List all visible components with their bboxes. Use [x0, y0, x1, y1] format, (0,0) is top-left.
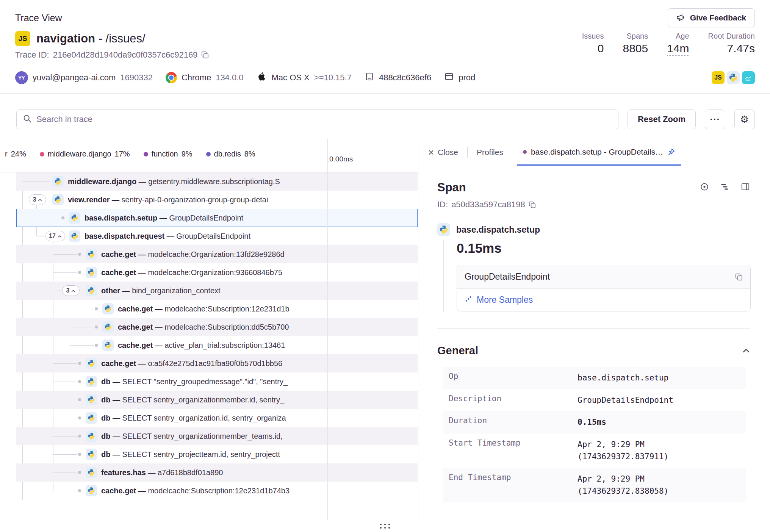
python-icon	[86, 449, 97, 460]
span-row-label: db — SELECT sentry_organizationmember.id…	[101, 391, 284, 409]
trace-tree-row[interactable]: cache.get — modelcache:Subscription:12e2…	[16, 482, 418, 500]
page-title: Trace View	[15, 13, 62, 23]
trace-tree-row[interactable]: cache.get — modelcache:Subscription:12e2…	[16, 300, 418, 318]
trace-tree-row[interactable]: cache.get — o:a5f42e275d1ac91fba90f0b570…	[16, 354, 418, 372]
span-op: other	[101, 286, 120, 295]
settings-button[interactable]: ⚙	[734, 110, 755, 129]
separator-dash: —	[110, 377, 122, 386]
trace-tree-row[interactable]: 3other — bind_organization_context	[16, 282, 418, 300]
tree-leaf-dot	[78, 253, 81, 256]
trace-tree-row[interactable]: cache.get — active_plan_trial:subscripti…	[16, 336, 418, 354]
trace-tree-row[interactable]: middleware.django — getsentry.middleware…	[16, 172, 418, 191]
tree-connector-line	[53, 272, 77, 273]
legend-chip[interactable]: db.redis8%	[206, 150, 255, 158]
span-op: db	[101, 450, 110, 458]
span-row-label: cache.get — modelcache:Organization:13fd…	[101, 245, 285, 263]
span-op: db	[101, 377, 110, 386]
legend-chip[interactable]: function9%	[144, 150, 192, 158]
python-icon	[86, 412, 97, 424]
trace-row-content: cache.get — modelcache:Organization:13fd…	[16, 245, 327, 263]
general-value: Apr 2, 9:29 PM (1743629372.838058)	[578, 473, 706, 498]
tree-connector-line	[53, 454, 77, 455]
give-feedback-button[interactable]: Give Feedback	[668, 8, 755, 27]
stat-root-duration: Root Duration7.47s	[708, 32, 755, 56]
panel-resize-handle[interactable]	[380, 524, 390, 529]
tree-leaf-dot	[78, 380, 81, 383]
python-icon	[86, 267, 97, 278]
separator-dash: —	[136, 177, 148, 186]
span-description: modelcache:Organization:13fd28e9286d	[148, 250, 284, 258]
more-options-button[interactable]: ···	[705, 110, 725, 129]
tree-connector-line	[70, 327, 94, 327]
section-divider	[437, 328, 750, 329]
close-drawer-button[interactable]: × Close	[428, 147, 458, 157]
general-section-heading: General	[437, 344, 478, 357]
legend-chip[interactable]: r24%	[5, 150, 26, 158]
general-table-row: End TimestampApr 2, 9:29 PM (1743629372.…	[443, 468, 746, 502]
detail-guide-line	[443, 240, 444, 312]
layout-panel-icon[interactable]	[740, 182, 750, 193]
trace-tree-row[interactable]: db — SELECT "sentry_groupedmessage"."id"…	[16, 372, 418, 391]
trace-row-content: db — SELECT sentry_organizationmember.id…	[16, 391, 327, 409]
search-input[interactable]	[36, 114, 612, 124]
trace-row-content: db — SELECT sentry_projectteam.id, sentr…	[16, 445, 327, 463]
collapse-section-chevron-icon[interactable]	[742, 347, 750, 355]
copy-icon[interactable]	[201, 51, 209, 59]
span-description: modelcache:Subscription:dd5c5b700	[164, 323, 289, 331]
span-description: SELECT sentry_organization.id, sentry_or…	[122, 414, 286, 422]
chevron-up-icon	[71, 287, 75, 294]
trace-tree-row[interactable]: 3view.render — sentry-api-0-organization…	[16, 191, 418, 209]
trace-meta-row: YY yuval@pangea-ai.com 1690332 Chrome 13…	[15, 71, 755, 93]
search-bar[interactable]	[16, 110, 618, 129]
more-samples-link[interactable]: More Samples	[457, 289, 750, 311]
waterfall-icon[interactable]	[720, 182, 730, 193]
tab-span-active[interactable]: base.dispatch.setup - GroupDetails…	[517, 139, 681, 166]
trace-tree-row[interactable]: db — SELECT sentry_projectteam.id, sentr…	[16, 445, 418, 463]
focus-span-icon[interactable]	[700, 182, 709, 193]
span-sample-box: GroupDetailsEndpoint	[457, 265, 751, 311]
trace-row-content: middleware.django — getsentry.middleware…	[16, 172, 327, 191]
span-detail-block: base.dispatch.setup 0.15ms GroupDetailsE…	[437, 223, 750, 311]
span-row-label: other — bind_organization_context	[101, 282, 221, 300]
span-description: bind_organization_context	[132, 286, 221, 295]
tab-profiles[interactable]: Profiles	[477, 148, 503, 157]
span-count-badge[interactable]: 17	[45, 231, 65, 241]
trace-tree-row[interactable]: base.dispatch.setup — GroupDetailsEndpoi…	[16, 209, 418, 227]
trace-tree-row[interactable]: db — SELECT sentry_organization.id, sent…	[16, 409, 418, 427]
copy-icon[interactable]	[529, 201, 536, 208]
trace-row-content: 17base.dispatch.request — GroupDetailsEn…	[16, 227, 327, 245]
trace-tree-row[interactable]: features.has — a7d618b8df01a890	[16, 463, 418, 482]
stat-label: Age	[676, 32, 689, 41]
span-row-label: db — SELECT sentry_projectteam.id, sentr…	[101, 445, 280, 463]
avatar[interactable]: YY	[15, 71, 28, 84]
span-count-badge[interactable]: 3	[62, 285, 80, 296]
copy-icon[interactable]	[735, 273, 743, 281]
reset-zoom-button[interactable]: Reset Zoom	[628, 110, 696, 129]
span-count-badge[interactable]: 3	[29, 194, 46, 205]
span-id-value: a50d33a597ca8198	[451, 200, 525, 210]
legend-chip[interactable]: middleware.django17%	[40, 150, 130, 158]
legend-percent: 9%	[182, 150, 192, 158]
span-op: view.render	[68, 196, 110, 204]
stat-value: 0	[598, 42, 604, 55]
waterfall-divider[interactable]	[327, 139, 328, 520]
user-email[interactable]: yuval@pangea-ai.com	[33, 73, 116, 83]
chevron-up-icon	[38, 196, 42, 203]
trace-tree-row[interactable]: db — SELECT sentry_organizationmember.id…	[16, 391, 418, 409]
python-icon	[86, 249, 97, 260]
stat-issues: Issues0	[582, 32, 604, 56]
trace-tree-row[interactable]: cache.get — modelcache:Organization:9366…	[16, 263, 418, 282]
span-row-label: cache.get — modelcache:Subscription:12e2…	[101, 482, 290, 500]
span-op: middleware.django	[68, 177, 136, 186]
trace-tree-row[interactable]: cache.get — modelcache:Subscription:dd5c…	[16, 318, 418, 336]
trace-tree-row[interactable]: 17base.dispatch.request — GroupDetailsEn…	[16, 227, 418, 245]
span-tree: middleware.django — getsentry.middleware…	[0, 172, 418, 520]
trace-row-content: cache.get — o:a5f42e275d1ac91fba90f0b570…	[16, 354, 327, 372]
span-op: cache.get	[101, 487, 136, 495]
ellipsis-icon: ···	[710, 114, 720, 125]
trace-tree-row[interactable]: cache.get — modelcache:Organization:13fd…	[16, 245, 418, 263]
pin-icon[interactable]	[667, 148, 675, 156]
separator-dash: —	[146, 468, 158, 477]
trace-tree-row[interactable]: db — SELECT sentry_organizationmember_te…	[16, 427, 418, 445]
timeline-start-label: 0.00ms	[329, 155, 353, 163]
